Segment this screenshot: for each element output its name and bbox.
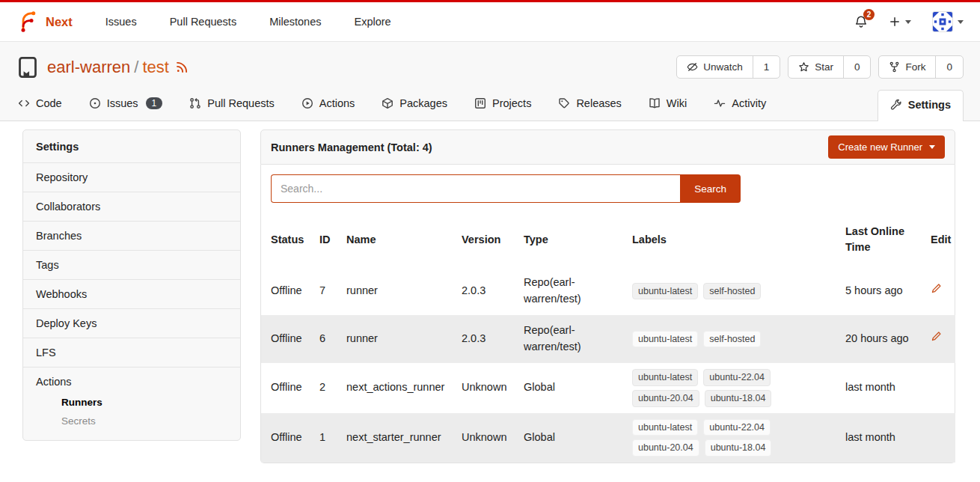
fork-label: Fork xyxy=(905,61,925,73)
nav-milestones[interactable]: Milestones xyxy=(269,16,321,28)
sidebar-item-repository[interactable]: Repository xyxy=(23,162,240,192)
watchers-count[interactable]: 1 xyxy=(753,56,780,78)
stars-count[interactable]: 0 xyxy=(844,56,871,78)
star-button[interactable]: Star xyxy=(788,56,844,78)
runner-version: 2.0.3 xyxy=(462,267,524,315)
star-label: Star xyxy=(815,61,833,73)
tab-label: Releases xyxy=(576,97,621,109)
search-button[interactable]: Search xyxy=(680,174,741,203)
repo-owner-link[interactable]: earl-warren xyxy=(47,58,130,77)
runners-panel: Runners Management (Total: 4) Create new… xyxy=(260,129,955,463)
pulse-icon xyxy=(714,97,726,109)
panel-header: Runners Management (Total: 4) Create new… xyxy=(260,129,955,165)
label-pill: ubuntu-22.04 xyxy=(703,419,771,436)
search-input[interactable] xyxy=(271,174,680,203)
tag-icon xyxy=(558,97,570,109)
sidebar-actions-submenu: Runners Secrets xyxy=(36,388,227,432)
search-row: Search xyxy=(261,165,955,213)
repo-header: earl-warren / test Unwatch 1 xyxy=(0,42,980,121)
runner-labels: ubuntu-latest ubuntu-22.04 ubuntu-20.04 … xyxy=(632,369,780,407)
tab-issues[interactable]: Issues 1 xyxy=(88,90,165,120)
runner-id: 1 xyxy=(319,413,346,463)
panel-title: Runners Management (Total: 4) xyxy=(271,141,432,153)
runner-name: runner xyxy=(346,315,462,363)
notification-count-badge: 2 xyxy=(863,9,875,20)
sidebar-item-secrets[interactable]: Secrets xyxy=(49,412,227,430)
runner-name: runner xyxy=(346,267,462,315)
label-pill: ubuntu-20.04 xyxy=(632,390,699,407)
table-row: Offline 7 runner 2.0.3 Repo(earl-warren/… xyxy=(261,267,955,315)
runner-version: Unknown xyxy=(462,363,524,413)
tab-label: Issues xyxy=(107,97,138,109)
tab-actions[interactable]: Actions xyxy=(300,90,357,120)
table-row: Offline 2 next_actions_runner Unknown Gl… xyxy=(261,363,955,413)
tab-releases[interactable]: Releases xyxy=(557,90,622,120)
runner-version: 2.0.3 xyxy=(462,315,524,363)
edit-runner-button[interactable] xyxy=(931,283,942,294)
issues-count-badge: 1 xyxy=(146,97,163,109)
runner-status: Offline xyxy=(261,267,319,315)
unwatch-button[interactable]: Unwatch xyxy=(677,56,753,78)
home-link[interactable]: Next xyxy=(16,10,73,33)
tab-projects[interactable]: Projects xyxy=(473,90,533,120)
nav-issues[interactable]: Issues xyxy=(105,16,137,28)
pencil-icon xyxy=(931,331,942,342)
runner-last-online: last month xyxy=(845,363,931,413)
sidebar-item-lfs[interactable]: LFS xyxy=(23,338,240,367)
runner-labels: ubuntu-latest self-hosted xyxy=(632,331,780,348)
col-labels: Labels xyxy=(632,213,845,267)
notifications-button[interactable]: 2 xyxy=(854,15,868,28)
col-last-online-time: Last Online Time xyxy=(845,213,931,267)
runner-status: Offline xyxy=(261,363,319,413)
navbar-links: Issues Pull Requests Milestones Explore xyxy=(105,16,391,28)
runner-status: Offline xyxy=(261,315,319,363)
tab-code[interactable]: Code xyxy=(16,90,64,120)
runner-name: next_actions_runner xyxy=(346,363,462,413)
sidebar-item-actions[interactable]: Actions Runners Secrets xyxy=(23,367,240,440)
fork-button-group: Fork 0 xyxy=(878,55,964,79)
forks-count[interactable]: 0 xyxy=(936,56,963,78)
tab-pull-requests[interactable]: Pull Requests xyxy=(188,90,275,120)
chevron-down-icon xyxy=(929,145,935,149)
create-new-runner-button[interactable]: Create new Runner xyxy=(828,135,945,159)
search-group: Search xyxy=(271,174,741,203)
nav-explore[interactable]: Explore xyxy=(354,16,391,28)
table-row: Offline 1 next_starter_runner Unknown Gl… xyxy=(261,413,955,463)
nav-pull-requests[interactable]: Pull Requests xyxy=(170,16,236,28)
edit-runner-button[interactable] xyxy=(931,331,942,342)
sidebar-item-branches[interactable]: Branches xyxy=(23,221,240,250)
tab-packages[interactable]: Packages xyxy=(380,90,449,120)
tab-label: Activity xyxy=(732,97,766,109)
breadcrumb-separator: / xyxy=(134,58,138,77)
create-new-dropdown[interactable] xyxy=(889,16,911,28)
sidebar-item-runners[interactable]: Runners xyxy=(49,393,227,412)
col-edit: Edit xyxy=(931,213,955,267)
settings-sidebar: Settings Repository Collaborators Branch… xyxy=(22,129,241,441)
star-icon xyxy=(798,61,809,73)
tab-settings[interactable]: Settings xyxy=(878,90,964,121)
runner-type: Repo(earl-warren/test) xyxy=(524,315,632,363)
repo-name-link[interactable]: test xyxy=(142,58,168,77)
sidebar-item-tags[interactable]: Tags xyxy=(23,250,240,279)
runner-id: 7 xyxy=(319,267,346,315)
repo-title-row: earl-warren / test Unwatch 1 xyxy=(16,55,964,79)
sidebar-item-collaborators[interactable]: Collaborators xyxy=(23,192,240,221)
sidebar-item-deploy-keys[interactable]: Deploy Keys xyxy=(23,308,240,338)
tab-wiki[interactable]: Wiki xyxy=(647,90,688,120)
tab-activity[interactable]: Activity xyxy=(712,90,768,120)
user-menu[interactable] xyxy=(932,11,964,32)
label-pill: ubuntu-18.04 xyxy=(705,390,772,407)
label-pill: self-hosted xyxy=(703,283,761,300)
rss-feed-icon[interactable] xyxy=(176,61,189,73)
label-pill: ubuntu-latest xyxy=(632,419,698,436)
tab-label: Actions xyxy=(319,97,355,109)
runner-type: Global xyxy=(524,413,632,463)
star-button-group: Star 0 xyxy=(788,55,871,79)
fork-button[interactable]: Fork xyxy=(879,56,936,78)
label-pill: self-hosted xyxy=(703,331,761,348)
tab-label: Pull Requests xyxy=(207,97,274,109)
runners-table: Status ID Name Version Type Labels Last … xyxy=(261,213,955,463)
tab-label: Wiki xyxy=(667,97,687,109)
runner-type: Global xyxy=(524,363,632,413)
sidebar-item-webhooks[interactable]: Webhooks xyxy=(23,279,240,308)
